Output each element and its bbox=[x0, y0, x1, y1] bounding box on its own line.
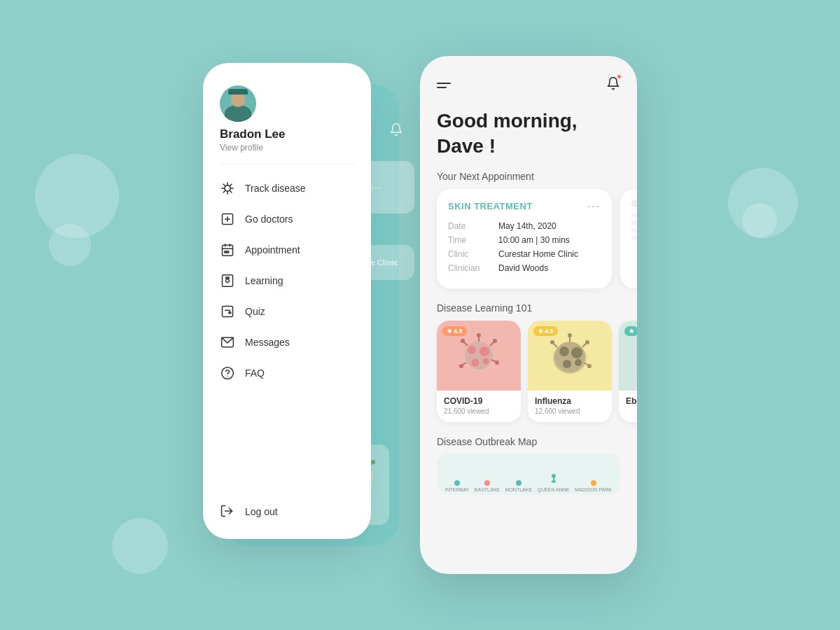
svg-point-51 bbox=[465, 342, 493, 370]
appt-date-value: May 14th, 2020 bbox=[498, 221, 556, 231]
svg-point-71 bbox=[575, 359, 582, 366]
svg-rect-34 bbox=[223, 245, 233, 255]
right-phone: Good morning,Dave ! Your Next Appoinment… bbox=[420, 56, 637, 574]
appt-clinic-row: Clinic Curestar Home Clinic bbox=[448, 249, 601, 259]
profile-view-link[interactable]: View profile bbox=[220, 143, 286, 153]
svg-line-30 bbox=[223, 190, 225, 192]
svg-point-70 bbox=[563, 360, 571, 368]
map-person-icon bbox=[550, 473, 558, 486]
calendar-icon bbox=[220, 242, 235, 258]
influenza-card-img: ★ 4.5 bbox=[528, 321, 612, 391]
svg-rect-40 bbox=[223, 275, 233, 287]
appt-clinic-value: Curestar Home Clinic bbox=[498, 249, 578, 259]
svg-point-63 bbox=[461, 339, 465, 343]
appt-clinician-label: Clinician bbox=[448, 263, 490, 273]
outbreak-map[interactable]: INTERBAY EASTLAKE MONTLAKE bbox=[437, 453, 620, 495]
profile-divider bbox=[220, 164, 354, 164]
nav-item-appointment[interactable]: Appointment bbox=[220, 234, 354, 265]
logout-button[interactable]: Log out bbox=[220, 504, 278, 519]
svg-point-79 bbox=[550, 340, 554, 344]
nav-item-faq[interactable]: FAQ bbox=[220, 358, 354, 388]
svg-point-67 bbox=[554, 342, 585, 372]
bg-decoration-2 bbox=[49, 224, 91, 266]
appt-time-value: 10:00 am | 30 mins bbox=[498, 235, 570, 245]
appt-clinic-label: Clinic bbox=[448, 249, 490, 259]
covid-virus-svg bbox=[451, 328, 507, 384]
svg-line-29 bbox=[230, 184, 232, 186]
nav-label-appointment: Appointment bbox=[245, 244, 300, 255]
teal-bell-icon bbox=[389, 122, 403, 141]
logout-label: Log out bbox=[245, 506, 278, 517]
appointment-card-main[interactable]: SKIN TREATMENT ··· Date May 14th, 2020 T… bbox=[437, 189, 612, 288]
hamburger-icon[interactable] bbox=[437, 83, 451, 88]
appointment-scroll: SKIN TREATMENT ··· Date May 14th, 2020 T… bbox=[420, 189, 637, 300]
covid-card-body: COVID-19 21,600 viewed bbox=[437, 391, 521, 422]
ebola-name: Ebo... bbox=[626, 396, 637, 406]
edit-icon bbox=[220, 304, 235, 319]
phones-container: ··· Home Clinic ★4 bbox=[203, 56, 637, 574]
svg-rect-43 bbox=[223, 307, 233, 317]
covid-name: COVID-19 bbox=[444, 396, 514, 406]
nav-item-go-doctors[interactable]: Go doctors bbox=[220, 204, 354, 234]
svg-rect-39 bbox=[227, 251, 229, 253]
appt-header: SKIN TREATMENT ··· bbox=[448, 200, 601, 213]
disease-card-covid[interactable]: ★ 4.8 bbox=[437, 321, 521, 422]
logout-icon bbox=[220, 504, 235, 519]
nav-item-quiz[interactable]: Quiz bbox=[220, 296, 354, 327]
appt-options-dots[interactable]: ··· bbox=[587, 200, 601, 213]
nav-label-go-doctors: Go doctors bbox=[245, 214, 293, 225]
appt-date-label: Date bbox=[448, 221, 490, 231]
nav-label-quiz: Quiz bbox=[245, 306, 265, 317]
svg-line-28 bbox=[230, 190, 232, 192]
disease-card-influenza[interactable]: ★ 4.5 bbox=[528, 321, 612, 422]
svg-point-55 bbox=[483, 358, 489, 364]
notification-dot bbox=[617, 74, 622, 79]
ebola-card-body: Ebo... bbox=[619, 391, 637, 413]
svg-point-47 bbox=[222, 368, 234, 379]
right-header bbox=[420, 56, 637, 102]
map-label-queen-anne: QUEEN ANNE bbox=[538, 487, 570, 492]
nav-label-messages: Messages bbox=[245, 337, 290, 348]
nav-item-messages[interactable]: Messages bbox=[220, 327, 354, 358]
svg-point-53 bbox=[479, 346, 489, 356]
hospital-icon bbox=[220, 211, 235, 227]
appointment-card-partial bbox=[620, 189, 637, 288]
logout-section: Log out bbox=[220, 504, 278, 519]
appt-title: SKIN TREATMENT bbox=[448, 201, 533, 211]
avatar[interactable] bbox=[220, 85, 256, 122]
influenza-rating-badge: ★ 4.5 bbox=[533, 326, 558, 336]
svg-point-21 bbox=[371, 460, 375, 464]
svg-point-69 bbox=[571, 347, 582, 358]
book-icon bbox=[220, 273, 235, 288]
influenza-card-body: Influenza 12,600 viewed bbox=[528, 391, 612, 422]
influenza-virus-svg bbox=[542, 328, 598, 384]
influenza-name: Influenza bbox=[535, 396, 605, 406]
svg-point-59 bbox=[493, 339, 497, 343]
outbreak-map-title: Disease Outbreak Map bbox=[420, 433, 637, 453]
appt-date-row: Date May 14th, 2020 bbox=[448, 221, 601, 231]
svg-rect-42 bbox=[226, 277, 230, 279]
map-label-interbay: INTERBAY bbox=[445, 487, 470, 492]
svg-point-54 bbox=[472, 358, 479, 366]
appt-clinician-row: Clinician David Woods bbox=[448, 263, 601, 273]
ebola-rating-badge: ★ bbox=[624, 326, 637, 336]
svg-point-80 bbox=[552, 474, 556, 478]
svg-point-73 bbox=[568, 333, 572, 337]
virus-icon bbox=[220, 181, 235, 196]
nav-item-learning[interactable]: Learning bbox=[220, 265, 354, 296]
disease-card-ebola[interactable]: ★ Ebo... bbox=[619, 321, 637, 422]
nav-item-track-disease[interactable]: Track disease bbox=[220, 173, 354, 204]
greeting-section: Good morning,Dave ! bbox=[420, 102, 637, 171]
profile-name: Bradon Lee bbox=[220, 127, 286, 141]
help-circle-icon bbox=[220, 365, 235, 381]
svg-point-65 bbox=[459, 364, 463, 368]
nav-label-track-disease: Track disease bbox=[245, 183, 306, 194]
appt-time-label: Time bbox=[448, 235, 490, 245]
next-appointment-title: Your Next Appoinment bbox=[420, 171, 637, 189]
disease-learning-title: Disease Learning 101 bbox=[420, 300, 637, 321]
bg-decoration-5 bbox=[112, 518, 168, 574]
notification-bell-icon[interactable] bbox=[606, 76, 620, 94]
svg-point-68 bbox=[559, 346, 569, 356]
appt-clinician-value: David Woods bbox=[498, 263, 548, 273]
covid-rating-badge: ★ 4.8 bbox=[442, 326, 467, 336]
